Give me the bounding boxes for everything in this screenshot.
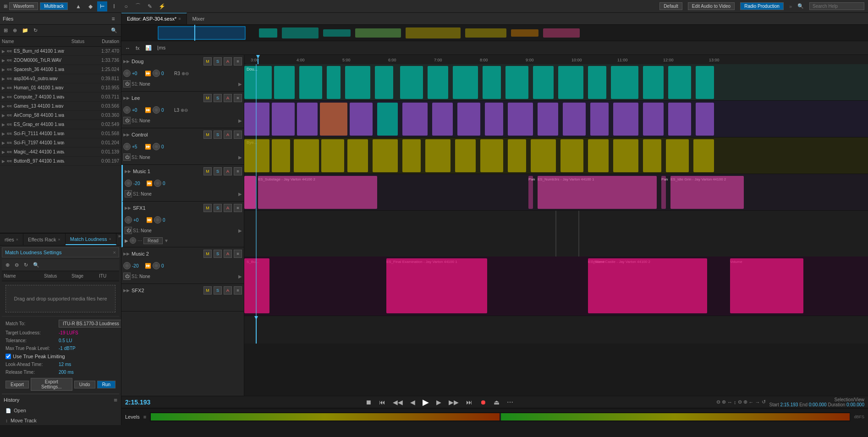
match-to-select[interactable]: ITU-R BS.1770-3 Loudness bbox=[59, 320, 121, 328]
tool-move[interactable]: ▲ bbox=[73, 1, 83, 11]
control-volume-knob[interactable] bbox=[123, 143, 131, 150]
tab-properties[interactable]: rties× bbox=[0, 234, 23, 245]
files-search-btn[interactable]: 🔍 bbox=[109, 27, 119, 34]
lee-power-btn[interactable]: ⏻ bbox=[123, 117, 131, 124]
tool-razor[interactable]: ⊢ bbox=[97, 1, 107, 11]
history-menu-btn[interactable]: ≡ bbox=[114, 397, 117, 404]
control-power-btn[interactable]: ⏻ bbox=[123, 153, 131, 161]
sfx1-read-chevron[interactable]: ▼ bbox=[164, 238, 169, 243]
list-item[interactable]: ▶≈≈ES_Grap_er 44100 1.wav 0:02.549 bbox=[0, 120, 121, 129]
music1-more-btn[interactable]: ≡ bbox=[234, 167, 242, 175]
undo-btn[interactable]: Undo bbox=[74, 381, 95, 388]
scroll-right-btn[interactable]: → bbox=[755, 399, 760, 405]
tool-paint[interactable]: ○ bbox=[121, 1, 131, 11]
files-new-btn[interactable]: ⊞ bbox=[2, 27, 10, 34]
waveform-btn[interactable]: Waveform bbox=[9, 2, 38, 10]
search-input[interactable] bbox=[809, 2, 864, 10]
lee-more-btn[interactable]: ≡ bbox=[234, 94, 242, 102]
drop-area[interactable]: Drag and drop supported media files here bbox=[5, 285, 115, 312]
waveform-overview[interactable] bbox=[121, 25, 868, 41]
ml-add-btn[interactable]: ⊕ bbox=[4, 261, 11, 269]
sfx2-more-btn[interactable]: ≡ bbox=[234, 286, 242, 295]
list-item[interactable]: ▶≈≈AirComp_58 44100 1.wav 0:03.360 bbox=[0, 111, 121, 120]
fast-forward-btn[interactable]: ▶▶ bbox=[446, 398, 461, 407]
ml-search-btn[interactable]: 🔍 bbox=[31, 261, 41, 269]
files-import-btn[interactable]: ⊕ bbox=[11, 27, 19, 34]
match-loudness-settings-btn[interactable]: Match Loudness Settings bbox=[5, 250, 62, 255]
music1-r-btn[interactable]: A bbox=[224, 167, 232, 175]
music2-s1-chevron[interactable]: ▶ bbox=[238, 274, 242, 279]
list-item[interactable]: ▶≈≈ES_Burn_rd 44100 1.wav 1:37.470 bbox=[0, 47, 121, 56]
ml-refresh-btn[interactable]: ↻ bbox=[22, 261, 30, 269]
sfx1-more-btn[interactable]: ≡ bbox=[234, 204, 242, 212]
sfx1-power-btn[interactable]: ⏻ bbox=[125, 227, 132, 234]
music2-more-btn[interactable]: ≡ bbox=[234, 250, 242, 258]
files-menu-btn[interactable]: ≡ bbox=[108, 14, 118, 24]
music1-m-btn[interactable]: M bbox=[203, 167, 212, 175]
zoom-out-v-btn[interactable]: ↔ bbox=[727, 399, 732, 405]
control-more-btn[interactable]: ≡ bbox=[234, 131, 242, 139]
control-m-btn[interactable]: M bbox=[203, 131, 212, 139]
history-item-open[interactable]: 📄 Open bbox=[2, 405, 119, 415]
doug-r-btn[interactable]: A bbox=[224, 57, 232, 66]
editor-tab-close[interactable]: ≡ bbox=[178, 16, 181, 21]
control-r-btn[interactable]: A bbox=[224, 131, 232, 139]
lee-m-btn[interactable]: M bbox=[203, 94, 212, 102]
mc-ruler-btn[interactable]: ⌊ms bbox=[155, 44, 168, 52]
list-item[interactable]: ▶≈≈Games_13 44100 1.wav 0:03.566 bbox=[0, 102, 121, 111]
music1-s-btn[interactable]: S bbox=[214, 167, 222, 175]
history-item-move1[interactable]: ↕ Move Track bbox=[2, 415, 119, 425]
lee-volume-knob[interactable] bbox=[123, 106, 131, 114]
mc-fx-btn[interactable]: fx bbox=[134, 44, 142, 52]
music2-m-btn[interactable]: M bbox=[203, 250, 212, 258]
tab-match-loudness[interactable]: Match Loudness× bbox=[66, 234, 116, 245]
eject-btn[interactable]: ⏏ bbox=[491, 398, 502, 407]
editor-tab-main[interactable]: Editor: ASP-304.sesx* ≡ bbox=[121, 13, 187, 24]
lee-s1-chevron[interactable]: ▶ bbox=[238, 118, 242, 123]
doug-more-btn[interactable]: ≡ bbox=[234, 57, 242, 66]
control-pan-knob[interactable] bbox=[153, 143, 160, 150]
music2-volume-knob[interactable] bbox=[123, 262, 131, 269]
doug-volume-knob[interactable] bbox=[123, 70, 131, 77]
zoom-out-h-btn[interactable]: ⊖ bbox=[716, 399, 720, 405]
sfx1-r-btn[interactable]: A bbox=[224, 204, 232, 212]
list-item[interactable]: ▶≈≈Sci-Fi_7197 44100 1.wav 0:01.204 bbox=[0, 138, 121, 147]
list-item[interactable]: ▶≈≈Spacesh_36 44100 1.wav 1:25.024 bbox=[0, 65, 121, 74]
music2-pan-knob[interactable] bbox=[153, 262, 160, 269]
music2-r-btn[interactable]: A bbox=[224, 250, 232, 258]
rewind-to-start-btn[interactable]: ⏮ bbox=[376, 398, 388, 407]
music2-power-btn[interactable]: ⏻ bbox=[123, 273, 131, 280]
list-item[interactable]: ▶≈≈ZOOM0006_TrLR.WAV 1:33.736 bbox=[0, 56, 121, 65]
doug-pan-knob[interactable] bbox=[153, 70, 160, 77]
workspace-default[interactable]: Default bbox=[659, 2, 682, 10]
music2-s-btn[interactable]: S bbox=[214, 250, 222, 258]
forward-to-end-btn[interactable]: ⏭ bbox=[463, 398, 475, 407]
sfx2-s-btn[interactable]: S bbox=[214, 286, 222, 295]
tool-hybrid[interactable]: ⌒ bbox=[133, 1, 143, 11]
zoom-fit-v-btn[interactable]: ⊕ bbox=[743, 399, 747, 405]
tab-effects-rack[interactable]: Effects Rack× bbox=[23, 234, 66, 245]
workspace-edit-audio[interactable]: Edit Audio to Video bbox=[688, 2, 735, 10]
music1-pan-knob[interactable] bbox=[154, 180, 161, 187]
music1-s1-chevron[interactable]: ▶ bbox=[238, 191, 242, 197]
control-s1-chevron[interactable]: ▶ bbox=[238, 155, 242, 160]
record-btn[interactable]: ⏺ bbox=[477, 398, 489, 407]
sfx1-s-btn[interactable]: S bbox=[214, 204, 222, 212]
use-true-peak-checkbox[interactable] bbox=[5, 354, 11, 359]
sfx1-send-knob[interactable] bbox=[130, 237, 136, 244]
list-item[interactable]: ▶≈≈Compute_7 44100 1.wav 0:03.711 bbox=[0, 93, 121, 102]
workspace-radio[interactable]: Radio Production bbox=[740, 2, 784, 10]
play-btn[interactable]: ▶ bbox=[420, 396, 432, 408]
sfx1-m-btn[interactable]: M bbox=[203, 204, 212, 212]
zoom-reset-btn[interactable]: ↺ bbox=[762, 399, 766, 405]
track-content[interactable]: 3:00 4:00 5:00 6:00 7:00 8:00 9:00 10:00… bbox=[244, 55, 868, 396]
doug-s-btn[interactable]: S bbox=[214, 57, 222, 66]
scroll-left-btn[interactable]: ← bbox=[749, 399, 754, 405]
export-btn[interactable]: Export bbox=[5, 381, 29, 388]
tool-pencil[interactable]: ✎ bbox=[145, 1, 155, 11]
mc-meter-btn[interactable]: 📊 bbox=[143, 44, 154, 52]
tool-slip[interactable]: I bbox=[109, 1, 119, 11]
zoom-fit-h-btn[interactable]: ⊖ bbox=[738, 399, 742, 405]
list-item[interactable]: ▶≈≈Sci-Fi_7111 44100 1.wav 0:01.568 bbox=[0, 129, 121, 138]
sfx2-m-btn[interactable]: M bbox=[203, 286, 212, 295]
